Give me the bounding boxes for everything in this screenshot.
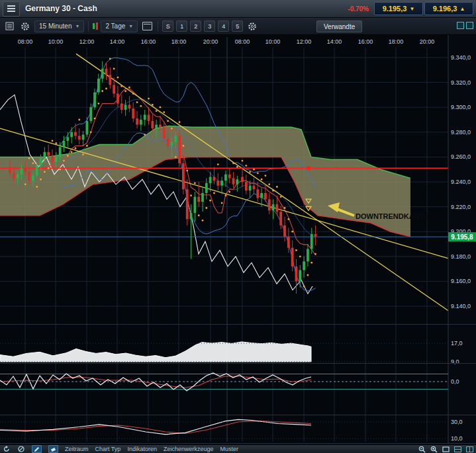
svg-text:9.280,0: 9.280,0 [451,129,471,136]
svg-text:DOWNTRENDKANTE: DOWNTRENDKANTE [356,212,429,220]
menu-muster[interactable]: Muster [220,446,238,452]
chevron-down-icon: ▼ [75,24,79,28]
svg-text:9.140,0: 9.140,0 [451,303,471,309]
zoom-in-icon[interactable] [430,446,438,452]
svg-text:9.300,0: 9.300,0 [451,104,471,110]
svg-text:16:00: 16:00 [358,38,373,45]
svg-text:10,0: 10,0 [451,435,463,442]
svg-text:9.340,0: 9.340,0 [451,54,471,61]
svg-text:9.180,0: 9.180,0 [451,253,471,260]
bottom-toolbar: Zeitraum Chart Typ Indikatoren Zeichenwe… [0,444,476,453]
svg-text:14:00: 14:00 [327,38,342,45]
svg-text:9,0: 9,0 [451,358,459,365]
sell-direction-icon: ▼ [409,6,414,12]
pencil-tool-icon[interactable] [32,445,42,453]
layout-preset-1[interactable]: 1 [176,21,187,32]
interval-value: 15 Minuten [39,22,71,30]
menu-indikatoren[interactable]: Indikatoren [127,446,157,452]
svg-text:08:00: 08:00 [235,38,250,45]
svg-text:18:00: 18:00 [389,38,404,45]
settings-gear-icon[interactable] [19,21,32,32]
layout-preset-3[interactable]: 3 [204,21,215,32]
svg-text:18:00: 18:00 [171,38,187,45]
interval-dropdown[interactable]: 15 Minuten ▼ [34,21,84,32]
svg-text:14:00: 14:00 [110,38,125,45]
chart-settings-gear-icon[interactable] [246,21,259,32]
minimize-panel-icon[interactable] [457,22,464,29]
panel-layout-icon[interactable] [453,446,461,452]
calendar-icon[interactable] [140,21,154,32]
svg-text:20:00: 20:00 [203,38,218,45]
menu-zeitraum[interactable]: Zeitraum [65,446,89,452]
svg-text:10:00: 10:00 [265,38,281,45]
svg-text:12:00: 12:00 [297,38,312,45]
refresh-icon[interactable] [3,446,11,452]
svg-text:9.195,8: 9.195,8 [451,233,473,241]
reset-zoom-icon[interactable] [442,446,450,452]
svg-text:0,0: 0,0 [451,378,459,385]
grid-layout-icon[interactable] [465,446,473,452]
svg-text:9.160,0: 9.160,0 [451,278,471,284]
instrument-title: Germany 30 - Cash [25,4,97,13]
layout-preset-4[interactable]: 4 [218,21,229,32]
menu-zeichenwerkzeuge[interactable]: Zeichenwerkzeuge [164,446,214,452]
chart-toolbar: 15 Minuten ▼ 2 Tage ▼ S 1 2 3 4 5 Verwan… [0,18,476,35]
hamburger-menu-icon[interactable] [3,1,20,17]
svg-text:17,0: 17,0 [451,340,463,347]
svg-text:30,0: 30,0 [451,419,463,425]
svg-text:12:00: 12:00 [79,38,95,45]
related-button[interactable]: Verwandte [316,21,362,32]
clear-drawings-icon[interactable] [17,446,25,452]
eraser-tool-icon[interactable] [48,445,58,453]
chart-list-icon[interactable] [3,21,16,32]
buy-price-value: 9.196,3 [433,5,457,13]
range-value: 2 Tage [105,22,125,30]
svg-text:20:00: 20:00 [420,38,435,45]
range-dropdown[interactable]: 2 Tage ▼ [101,21,138,32]
title-bar: Germany 30 - Cash -0.70% 9.195,3 ▼ 9.196… [0,0,476,18]
svg-text:9.260,0: 9.260,0 [451,153,471,160]
menu-chart-typ[interactable]: Chart Typ [95,446,121,452]
buy-price-button[interactable]: 9.196,3 ▲ [424,2,473,15]
price-chart[interactable]: 08:0010:0012:0014:0016:0018:0020:0008:00… [0,0,476,453]
svg-text:16:00: 16:00 [141,38,156,45]
layout-preset-5[interactable]: 5 [232,21,243,32]
panel-window-icons[interactable] [457,22,473,29]
maximize-panel-icon[interactable] [466,22,473,29]
sell-price-value: 9.195,3 [383,5,407,13]
layout-preset-s[interactable]: S [162,21,173,32]
layout-preset-2[interactable]: 2 [190,21,201,32]
sell-price-button[interactable]: 9.195,3 ▼ [374,2,423,15]
svg-text:9.240,0: 9.240,0 [451,179,471,185]
chevron-down-icon: ▼ [128,24,133,28]
svg-text:08:00: 08:00 [18,38,33,45]
svg-text:10:00: 10:00 [48,38,64,45]
zoom-out-icon[interactable] [418,446,426,452]
svg-text:9.320,0: 9.320,0 [451,79,471,86]
change-percent: -0.70% [348,5,369,13]
candle-type-icon[interactable] [93,22,98,30]
buy-direction-icon: ▲ [459,6,465,12]
svg-text:9.220,0: 9.220,0 [451,204,471,210]
